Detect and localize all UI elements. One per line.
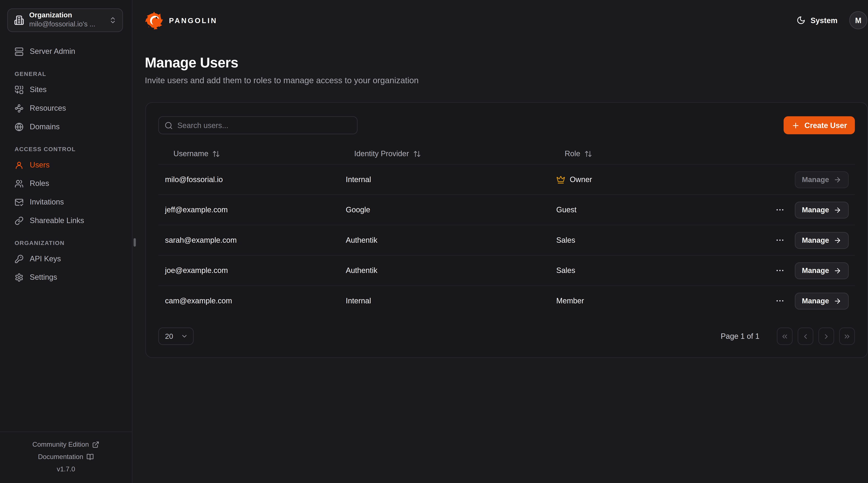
pagination-next-button[interactable]: [818, 328, 834, 345]
org-switcher-value: milo@fossorial.io's ...: [29, 20, 104, 29]
sidebar-item-label: Sites: [30, 85, 46, 94]
table-row: cam@example.com Internal Member Manage: [158, 285, 855, 316]
column-header-username[interactable]: Username: [158, 149, 339, 158]
manage-button[interactable]: Manage: [795, 171, 849, 188]
chevrons-left-icon: [781, 332, 789, 340]
identity-provider-cell: Google: [339, 205, 550, 214]
community-edition-link[interactable]: Community Edition: [0, 438, 132, 451]
table-row: sarah@example.com Authentik Sales Manage: [158, 225, 855, 255]
sidebar-item-label: Users: [30, 161, 50, 169]
manage-button[interactable]: Manage: [795, 232, 849, 249]
row-menu-button[interactable]: [774, 234, 786, 246]
avatar[interactable]: M: [849, 11, 867, 29]
pangolin-logo-icon: [145, 11, 163, 30]
ellipsis-icon: [775, 235, 784, 245]
ellipsis-icon: [775, 266, 784, 275]
chevrons-up-down-icon: [109, 16, 117, 24]
row-menu-button[interactable]: [774, 204, 786, 216]
search-icon: [164, 121, 173, 130]
identity-provider-cell: Internal: [339, 175, 550, 184]
book-open-icon: [87, 453, 94, 460]
manage-button[interactable]: Manage: [795, 262, 849, 279]
role-cell: Member: [550, 296, 736, 305]
sidebar-item-users[interactable]: Users: [0, 156, 132, 174]
key-icon: [14, 254, 24, 263]
sidebar-item-sites[interactable]: Sites: [0, 80, 132, 99]
identity-provider-cell: Authentik: [339, 266, 550, 275]
search-input[interactable]: [178, 121, 351, 130]
row-menu-button[interactable]: [774, 265, 786, 277]
documentation-link[interactable]: Documentation: [0, 451, 132, 463]
sidebar-item-invitations[interactable]: Invitations: [0, 193, 132, 211]
manage-button[interactable]: Manage: [795, 292, 849, 309]
identity-provider-cell: Internal: [339, 296, 550, 305]
sidebar-item-api-keys[interactable]: API Keys: [0, 250, 132, 268]
crown-icon: [556, 175, 565, 184]
arrow-right-icon: [834, 236, 841, 244]
sidebar-item-roles[interactable]: Roles: [0, 174, 132, 193]
sidebar-item-label: Settings: [30, 273, 57, 281]
wordmark: PANGOLIN: [169, 16, 217, 25]
sidebar-item-shareable-links[interactable]: Shareable Links: [0, 211, 132, 230]
sort-icon: [413, 150, 421, 158]
waypoints-icon: [14, 104, 24, 113]
sidebar-item-resources[interactable]: Resources: [0, 99, 132, 117]
main-content: PANGOLIN System M Manage Users Invite us…: [132, 0, 868, 483]
building-icon: [14, 15, 24, 25]
mail-check-icon: [14, 198, 24, 206]
sidebar-section-organization: ORGANIZATION: [0, 235, 132, 250]
row-menu-button[interactable]: [774, 295, 786, 307]
globe-icon: [14, 122, 24, 131]
pangolin-logo[interactable]: PANGOLIN: [145, 11, 217, 30]
arrow-right-icon: [834, 175, 841, 183]
sidebar-item-label: Resources: [30, 104, 66, 112]
create-user-button[interactable]: Create User: [784, 116, 855, 134]
pagination-prev-button[interactable]: [798, 328, 813, 345]
sidebar: Organization milo@fossorial.io's ... Ser…: [0, 0, 132, 483]
sidebar-section-general: GENERAL: [0, 66, 132, 80]
sidebar-item-label: Invitations: [30, 198, 64, 206]
pagination-first-button[interactable]: [777, 328, 793, 345]
server-icon: [14, 47, 24, 56]
role-cell: Sales: [550, 236, 736, 245]
pagination-last-button[interactable]: [839, 328, 855, 345]
sidebar-item-label: Server Admin: [30, 47, 75, 56]
table-row: jeff@example.com Google Guest Manage: [158, 194, 855, 225]
sort-icon: [212, 150, 220, 158]
page-info: Page 1 of 1: [721, 332, 759, 341]
table-footer: 20 Page 1 of 1: [158, 328, 855, 345]
ellipsis-icon: [775, 296, 784, 306]
gear-icon: [14, 273, 24, 282]
sidebar-item-settings[interactable]: Settings: [0, 268, 132, 286]
page-header: Manage Users Invite users and add them t…: [132, 40, 868, 85]
arrow-right-icon: [834, 297, 841, 305]
link-icon: [14, 216, 24, 225]
ellipsis-icon: [775, 205, 784, 215]
username-cell: milo@fossorial.io: [158, 175, 339, 184]
org-switcher-label: Organization: [29, 11, 104, 20]
sidebar-item-domains[interactable]: Domains: [0, 117, 132, 136]
page-size-select[interactable]: 20: [158, 328, 194, 345]
plus-icon: [792, 121, 800, 130]
users-icon: [14, 179, 24, 188]
sidebar-footer: Community Edition Documentation v1.7.0: [0, 431, 132, 483]
page-subtitle: Invite users and add them to roles to ma…: [145, 75, 867, 85]
theme-toggle[interactable]: System: [797, 16, 837, 25]
username-cell: sarah@example.com: [158, 236, 339, 245]
sidebar-item-label: Roles: [30, 179, 49, 188]
combine-icon: [14, 85, 24, 94]
sidebar-item-server-admin[interactable]: Server Admin: [0, 42, 132, 61]
column-header-role[interactable]: Role: [550, 149, 736, 158]
column-header-identity-provider[interactable]: Identity Provider: [339, 149, 550, 158]
table-row: joe@example.com Authentik Sales Manage: [158, 255, 855, 285]
sidebar-item-label: Shareable Links: [30, 216, 84, 225]
moon-icon: [797, 16, 806, 25]
role-cell: Sales: [550, 266, 736, 275]
chevron-left-icon: [802, 332, 809, 340]
table-row: milo@fossorial.io Internal Owner Manage: [158, 164, 855, 194]
sidebar-resize-handle[interactable]: [134, 238, 136, 247]
manage-button[interactable]: Manage: [795, 201, 849, 218]
users-table: Username Identity Provider Role milo@fos…: [158, 143, 855, 316]
username-cell: joe@example.com: [158, 266, 339, 275]
org-switcher[interactable]: Organization milo@fossorial.io's ...: [7, 8, 123, 32]
